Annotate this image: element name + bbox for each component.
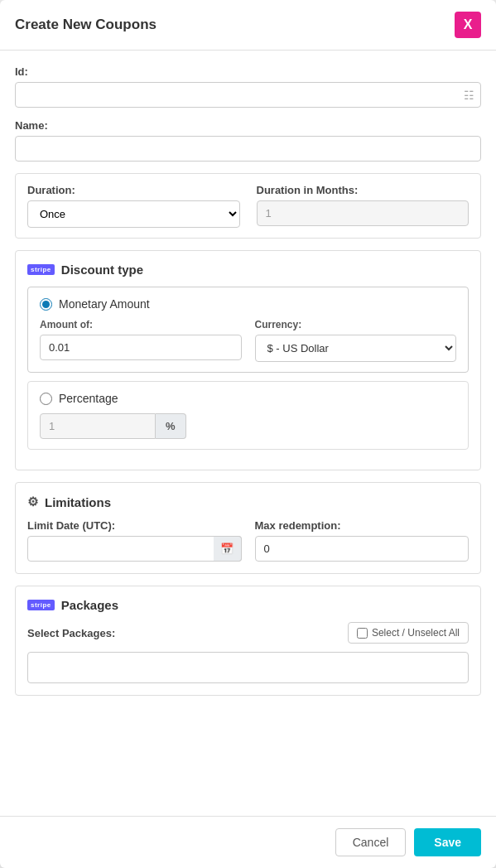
discount-type-section: stripe Discount type Monetary Amount Amo…: [15, 250, 481, 470]
packages-list-box: [27, 652, 469, 683]
save-button[interactable]: Save: [414, 828, 481, 856]
max-redemption-label: Max redemption:: [255, 519, 470, 532]
modal-footer: Cancel Save: [0, 816, 496, 868]
cancel-button[interactable]: Cancel: [335, 828, 407, 856]
amount-input[interactable]: [40, 335, 242, 360]
limitations-row: Limit Date (UTC): 📅 Max redemption:: [27, 519, 469, 562]
select-all-button[interactable]: Select / Unselect All: [348, 622, 469, 644]
select-all-label: Select / Unselect All: [372, 627, 460, 639]
discount-type-title: Discount type: [61, 263, 143, 277]
duration-col: Duration: Once Repeating Forever: [27, 184, 240, 228]
discount-type-header: stripe Discount type: [27, 263, 469, 277]
packages-stripe-logo: stripe: [27, 600, 55, 610]
limitations-header: ⚙ Limitations: [27, 494, 469, 509]
modal-body: Id: ☷ Name: Duration: Once Repeating For…: [0, 51, 496, 816]
id-field-group: Id: ☷: [15, 65, 481, 108]
amount-col: Amount of:: [40, 319, 242, 362]
id-label: Id:: [15, 65, 481, 78]
packages-section: stripe Packages Select Packages: Select …: [15, 586, 481, 696]
limitations-title: Limitations: [45, 495, 111, 509]
gear-icon: ⚙: [27, 494, 38, 509]
currency-select[interactable]: $ - US Dollar € - Euro £ - British Pound: [255, 335, 457, 362]
create-coupons-modal: Create New Coupons X Id: ☷ Name: Duratio…: [0, 0, 496, 868]
percentage-radio-label[interactable]: Percentage: [40, 392, 456, 405]
duration-label: Duration:: [27, 184, 240, 196]
modal-title: Create New Coupons: [15, 17, 157, 33]
currency-col: Currency: $ - US Dollar € - Euro £ - Bri…: [255, 319, 457, 362]
date-input-wrapper: 📅: [27, 536, 242, 562]
id-input-wrapper: ☷: [15, 82, 481, 108]
modal-header: Create New Coupons X: [0, 0, 496, 51]
amount-label: Amount of:: [40, 319, 242, 330]
limit-date-col: Limit Date (UTC): 📅: [27, 519, 242, 562]
duration-select[interactable]: Once Repeating Forever: [27, 200, 240, 228]
duration-months-label: Duration in Months:: [257, 184, 470, 196]
limit-date-label: Limit Date (UTC):: [27, 519, 242, 532]
monetary-amount-radio[interactable]: [40, 298, 52, 311]
name-field-group: Name:: [15, 119, 481, 162]
close-button[interactable]: X: [455, 12, 481, 38]
percentage-input-row: %: [40, 413, 456, 439]
duration-row: Duration: Once Repeating Forever Duratio…: [15, 173, 481, 239]
monetary-amount-radio-label[interactable]: Monetary Amount: [40, 297, 456, 311]
calendar-button[interactable]: 📅: [214, 536, 242, 562]
monetary-amount-section: Monetary Amount Amount of: Currency: $ -…: [27, 287, 469, 373]
duration-months-input: [257, 200, 470, 226]
id-input[interactable]: [15, 82, 481, 108]
amount-currency-row: Amount of: Currency: $ - US Dollar € - E…: [40, 319, 456, 362]
percentage-input: [40, 413, 156, 439]
packages-header: Select Packages: Select / Unselect All: [27, 622, 469, 644]
name-label: Name:: [15, 119, 481, 132]
percentage-section: Percentage %: [27, 381, 469, 450]
percentage-label: Percentage: [59, 392, 118, 405]
name-input[interactable]: [15, 136, 481, 162]
packages-section-header: stripe Packages: [27, 598, 469, 612]
duration-months-col: Duration in Months:: [257, 184, 470, 228]
select-packages-label: Select Packages:: [27, 627, 115, 639]
monetary-amount-label: Monetary Amount: [59, 297, 150, 311]
stripe-logo: stripe: [27, 264, 55, 275]
packages-title: Packages: [61, 598, 118, 612]
id-icon: ☷: [464, 89, 474, 102]
max-redemption-col: Max redemption:: [255, 519, 470, 562]
percent-badge: %: [156, 413, 186, 439]
percentage-radio[interactable]: [40, 393, 52, 405]
currency-label: Currency:: [255, 319, 457, 330]
limit-date-input[interactable]: [27, 536, 242, 562]
select-all-checkbox[interactable]: [357, 628, 368, 639]
max-redemption-input[interactable]: [255, 536, 470, 562]
limitations-section: ⚙ Limitations Limit Date (UTC): 📅 Max re…: [15, 482, 481, 574]
